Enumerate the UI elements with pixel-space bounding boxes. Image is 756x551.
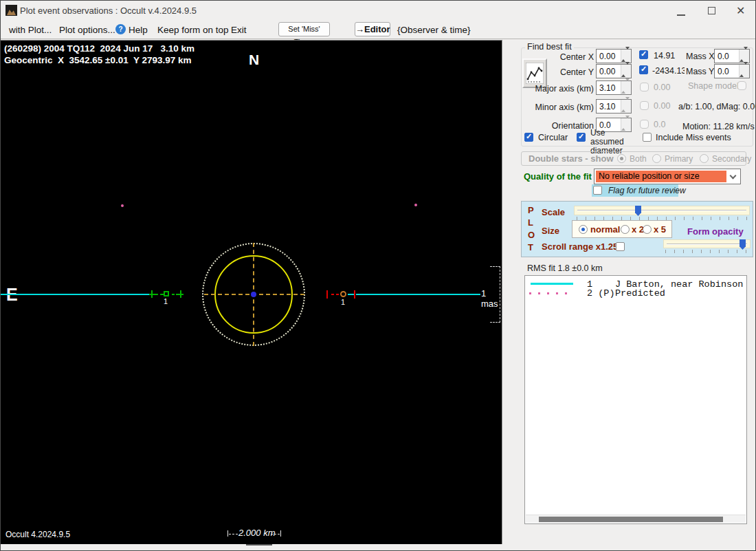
cyan-dash-segment xyxy=(348,294,354,295)
size-x2-radio[interactable] xyxy=(621,225,630,234)
form-opacity-label: Form opacity xyxy=(687,226,744,237)
km-bracket-dash xyxy=(229,534,238,534)
major-axis-spinner[interactable]: 3.10 xyxy=(596,80,632,95)
size-label: Size xyxy=(542,226,559,236)
green-dash xyxy=(172,294,175,295)
minor-axis-alt-checkbox[interactable] xyxy=(640,101,649,110)
help-icon[interactable]: ? xyxy=(115,24,126,34)
plot-version-label: Occult 4.2024.9.5 xyxy=(5,530,70,539)
spinner-arrows-icon[interactable] xyxy=(621,50,631,63)
chord-observed-left xyxy=(1,294,153,295)
predicted-dot xyxy=(121,204,124,207)
spinner-arrows-icon[interactable] xyxy=(621,100,631,113)
maximize-icon[interactable] xyxy=(708,7,715,14)
double-stars-secondary-radio[interactable] xyxy=(700,154,709,163)
km-bracket-tick xyxy=(227,530,228,537)
center-x-label: Center X xyxy=(554,52,594,62)
list-item-number[interactable]: 2 (P) xyxy=(587,288,615,299)
horizontal-scroll-thumb[interactable] xyxy=(246,544,272,545)
fit-x-checkbox[interactable] xyxy=(639,50,648,59)
ab-dmag-label: a/b: 1.00, dMag: 0.00 xyxy=(678,102,756,111)
scroll-range-checkbox[interactable] xyxy=(616,242,625,251)
green-errorbar-arm xyxy=(178,294,184,295)
center-y-spinner[interactable]: 0.00 xyxy=(596,64,632,78)
spinner-arrows-icon[interactable] xyxy=(739,65,749,78)
double-stars-both-radio[interactable] xyxy=(617,154,626,163)
circular-checkbox[interactable] xyxy=(524,133,533,142)
minor-axis-spinner[interactable]: 3.10 xyxy=(596,99,632,114)
mas-bracket-cap xyxy=(490,322,500,323)
menu-exit[interactable]: Exit xyxy=(231,25,247,35)
size-x5-radio[interactable] xyxy=(643,225,652,234)
center-point xyxy=(251,292,256,297)
plot-canvas[interactable]: (260298) 2004 TQ112 2024 Jun 17 3.10 km … xyxy=(1,40,502,544)
chord-observed-right xyxy=(356,294,480,295)
orientation-label: Orientation xyxy=(530,121,594,131)
list-scrollbar-thumb[interactable] xyxy=(539,517,723,522)
app-icon xyxy=(5,5,17,16)
double-stars-secondary-label: Secondary xyxy=(712,154,751,164)
set-miss-times-button[interactable]: Set 'Miss' Times xyxy=(278,22,330,36)
mass-y-label: Mass Y xyxy=(686,67,714,76)
major-axis-alt-checkbox[interactable] xyxy=(640,83,649,91)
form-opacity-slider[interactable] xyxy=(663,239,751,248)
minor-axis-label: Minor axis (km) xyxy=(530,102,594,112)
observed-chord-legend xyxy=(531,283,573,285)
app-window: Plot event observations : Occult v.4.202… xyxy=(0,0,756,551)
spinner-arrows-icon[interactable] xyxy=(739,50,749,63)
fit-x-value: 14.91 xyxy=(654,51,675,61)
title-bar: Plot event observations : Occult v.4.202… xyxy=(1,1,755,20)
mass-y-spinner[interactable]: 0.0 xyxy=(714,64,750,78)
list-horizontal-scrollbar[interactable] xyxy=(526,515,746,523)
scale-slider[interactable] xyxy=(574,206,750,215)
center-x-spinner[interactable]: 0.00 xyxy=(596,49,632,63)
shape-model-label: Shape model xyxy=(688,81,739,91)
rms-fit-label: RMS fit 1.8 ±0.0 km xyxy=(527,263,603,273)
mas-bracket-cap xyxy=(490,266,500,267)
plot-controls-panel: PLOT Scale Size normal x 2 x 5 Form opac… xyxy=(521,201,753,257)
km-scale-label: 2.000 km xyxy=(238,528,275,538)
chord-left-number: 1 xyxy=(164,297,168,305)
form-opacity-slider-thumb[interactable] xyxy=(740,239,746,250)
fit-y-value: -2434.13 xyxy=(652,66,685,76)
include-miss-events-checkbox[interactable] xyxy=(643,133,652,142)
minimize-icon[interactable] xyxy=(677,9,685,16)
orientation-alt-value: 0.0 xyxy=(654,120,665,129)
flag-review-checkbox[interactable] xyxy=(593,186,602,195)
double-stars-primary-radio[interactable] xyxy=(652,154,661,163)
circular-label: Circular xyxy=(538,133,568,142)
mass-x-label: Mass X xyxy=(686,52,715,61)
green-dash-segment xyxy=(155,294,164,295)
spinner-arrows-icon[interactable] xyxy=(621,81,631,94)
observations-list[interactable]: 1 J Barton, near Robinson 2 (P) Predicte… xyxy=(524,275,747,524)
major-axis-label: Major axis (km) xyxy=(530,84,594,94)
chevron-down-icon xyxy=(730,173,737,180)
menu-help[interactable]: Help xyxy=(129,25,148,35)
green-square-marker xyxy=(164,291,169,296)
menu-keep-on-top[interactable]: Keep form on top xyxy=(157,25,229,35)
north-label: N xyxy=(249,52,259,68)
observer-time-label: {Observer & time} xyxy=(397,25,471,35)
minor-axis-alt-value: 0.00 xyxy=(654,101,670,111)
use-assumed-diameter-checkbox[interactable] xyxy=(577,133,586,142)
scale-slider-thumb[interactable] xyxy=(635,206,641,216)
list-item-name[interactable]: Predicted xyxy=(615,288,665,299)
km-bracket-dash xyxy=(271,534,280,534)
red-dash xyxy=(331,294,334,295)
spinner-arrows-icon[interactable] xyxy=(621,65,631,78)
menu-plot-options[interactable]: Plot options... xyxy=(59,25,115,35)
editor-button[interactable]: →Editor xyxy=(355,22,390,36)
size-normal-radio[interactable] xyxy=(579,225,588,234)
center-y-label: Center Y xyxy=(554,67,594,77)
mass-x-spinner[interactable]: 0.0 xyxy=(714,49,750,63)
menu-with-plot[interactable]: with Plot... xyxy=(9,25,52,35)
fit-y-checkbox[interactable] xyxy=(639,65,648,74)
scale-label: Scale xyxy=(542,207,565,217)
size-x5-label: x 5 xyxy=(654,224,666,235)
quality-of-fit-dropdown[interactable]: No reliable position or size xyxy=(594,169,741,184)
orientation-alt-checkbox[interactable] xyxy=(640,120,649,129)
scroll-range-label: Scroll range x1.25 xyxy=(542,241,618,252)
shape-model-checkbox[interactable] xyxy=(737,81,746,90)
form-opacity-ticks xyxy=(665,250,748,253)
close-icon[interactable]: ✕ xyxy=(736,4,745,17)
